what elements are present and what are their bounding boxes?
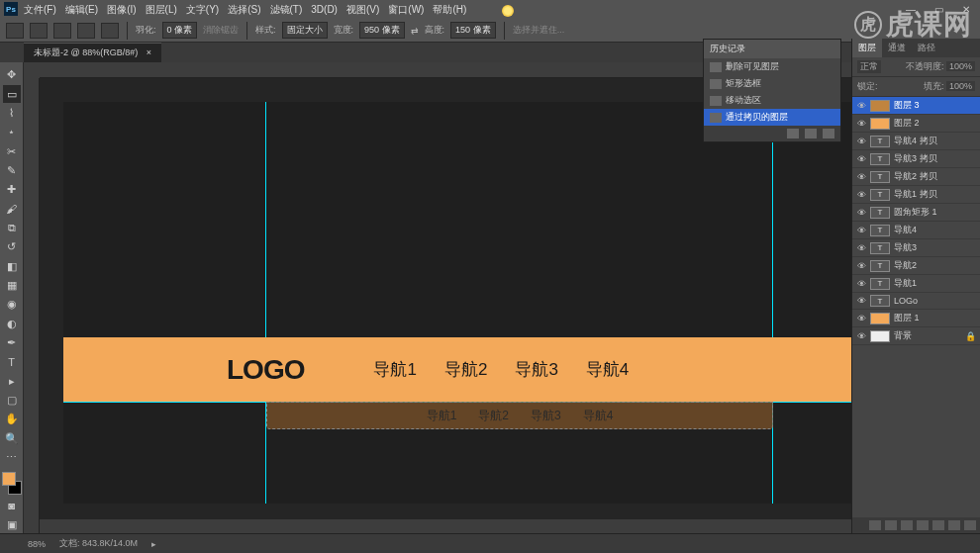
visibility-icon[interactable]: 👁 [856,296,866,306]
path-select-tool[interactable]: ▸ [3,373,21,390]
document-tab[interactable]: 未标题-2 @ 88%(RGB/8#) × [24,43,161,62]
gradient-tool[interactable]: ▦ [3,277,21,294]
layer-row[interactable]: 👁T导航4 拷贝 [852,133,980,150]
visibility-icon[interactable]: 👁 [856,279,866,289]
layer-fx-icon[interactable] [885,520,897,530]
menu-file[interactable]: 文件(F) [24,3,56,17]
crop-tool[interactable]: ✂ [3,142,21,159]
style-select[interactable]: 固定大小 [282,22,328,39]
visibility-icon[interactable]: 👁 [856,172,866,182]
layer-row[interactable]: 👁T导航1 [852,275,980,293]
color-swatches[interactable] [2,472,22,495]
height-input[interactable]: 150 像素 [450,22,496,39]
lasso-tool[interactable]: ⌇ [3,105,21,122]
doc-info[interactable]: 文档: 843.8K/14.0M [59,537,138,550]
width-input[interactable]: 950 像素 [359,22,405,39]
edit-toolbar[interactable]: ⋯ [3,449,21,466]
stamp-tool[interactable]: ⧉ [3,220,21,236]
magic-wand-tool[interactable]: ⋆ [3,124,21,140]
zoom-level[interactable]: 88% [28,539,46,549]
selection-mode-add[interactable] [53,23,71,39]
guide-vertical[interactable] [265,102,266,504]
menu-edit[interactable]: 编辑(E) [65,3,98,17]
layer-row[interactable]: 👁图层 2 [852,115,980,133]
menu-view[interactable]: 视图(V) [346,3,379,17]
history-item[interactable]: 删除可见图层 [704,58,840,75]
menu-layer[interactable]: 图层(L) [146,3,177,17]
visibility-icon[interactable]: 👁 [856,314,866,323]
eraser-tool[interactable]: ◧ [3,257,21,274]
maximize-button[interactable]: ▭ [925,0,952,19]
document-canvas[interactable]: LOGO 导航1 导航2 导航3 导航4 导航1 导航2 导航3 导航4 [63,102,936,504]
eyedropper-tool[interactable]: ✎ [3,162,21,179]
menu-select[interactable]: 选择(S) [228,3,260,17]
dodge-tool[interactable]: ◐ [3,315,21,331]
horizontal-scrollbar[interactable] [40,519,956,533]
menu-filter[interactable]: 滤镜(T) [270,3,303,17]
brush-tool[interactable]: 🖌 [3,200,21,217]
visibility-icon[interactable]: 👁 [856,243,866,253]
close-button[interactable]: ✕ [952,0,980,19]
visibility-icon[interactable]: 👁 [856,119,866,129]
layer-row[interactable]: 👁TLOGo [852,293,980,310]
visibility-icon[interactable]: 👁 [856,137,866,146]
menu-image[interactable]: 图像(I) [107,3,136,17]
menu-help[interactable]: 帮助(H) [433,3,466,17]
trash-icon[interactable] [823,129,834,138]
vertical-ruler[interactable] [24,78,40,533]
layer-row[interactable]: 👁T导航3 拷贝 [852,150,980,168]
visibility-icon[interactable]: 👁 [856,226,866,235]
zoom-tool[interactable]: 🔍 [3,430,21,447]
move-tool[interactable]: ✥ [3,66,21,83]
trash-icon[interactable] [964,520,976,530]
hand-tool[interactable]: ✋ [3,411,21,427]
minimize-button[interactable]: — [897,0,925,19]
marquee-tool[interactable]: ▭ [3,85,21,102]
healing-tool[interactable]: ✚ [3,181,21,198]
layer-row[interactable]: 👁图层 1 [852,310,980,327]
visibility-icon[interactable]: 👁 [856,190,866,200]
menu-type[interactable]: 文字(Y) [186,3,219,17]
menu-3d[interactable]: 3D(D) [311,4,338,15]
type-tool[interactable]: T [3,353,21,370]
layer-row[interactable]: 👁T导航2 拷贝 [852,168,980,186]
selection-mode-new[interactable] [30,23,48,39]
layer-row[interactable]: 👁T导航3 [852,239,980,257]
layer-row[interactable]: 👁T导航1 拷贝 [852,186,980,204]
foreground-color[interactable] [2,472,16,486]
tool-preset-icon[interactable] [6,23,24,39]
blur-tool[interactable]: ◉ [3,296,21,313]
history-item[interactable]: 移动选区 [704,92,840,109]
adjustment-layer-icon[interactable] [917,520,929,530]
screenmode-tool[interactable]: ▣ [3,516,21,533]
history-item[interactable]: 通过拷贝的图层 [704,109,840,126]
history-item[interactable]: 矩形选框 [704,75,840,92]
quickmask-tool[interactable]: ◙ [3,497,21,513]
tab-channels[interactable]: 通道 [882,39,912,57]
fill-input[interactable]: 100% [946,81,975,91]
feather-input[interactable]: 0 像素 [162,22,198,39]
tab-layers[interactable]: 图层 [852,39,882,57]
menu-window[interactable]: 窗口(W) [388,3,424,17]
layer-mask-icon[interactable] [901,520,913,530]
selection-mode-subtract[interactable] [77,23,95,39]
opacity-input[interactable]: 100% [946,61,975,71]
swap-icon[interactable]: ⇄ [411,26,419,36]
refine-edge-button[interactable]: 选择并遮住... [513,24,565,37]
layer-row[interactable]: 👁T圆角矩形 1 [852,204,980,222]
new-snapshot-icon[interactable] [805,129,817,138]
link-layers-icon[interactable] [869,520,881,530]
visibility-icon[interactable]: 👁 [856,208,866,218]
layer-row[interactable]: 👁图层 3 [852,97,980,115]
antialias-checkbox[interactable]: 消除锯齿 [203,24,239,37]
chevron-right-icon[interactable]: ▸ [151,539,156,549]
snapshot-icon[interactable] [787,129,799,138]
guide-vertical[interactable] [772,102,773,504]
layer-row[interactable]: 👁T导航4 [852,222,980,239]
group-icon[interactable] [932,520,944,530]
shape-tool[interactable]: ▢ [3,392,21,409]
layer-row[interactable]: 👁T导航2 [852,257,980,275]
history-brush-tool[interactable]: ↺ [3,238,21,255]
visibility-icon[interactable]: 👁 [856,101,866,111]
layer-row[interactable]: 👁背景🔒 [852,327,980,345]
